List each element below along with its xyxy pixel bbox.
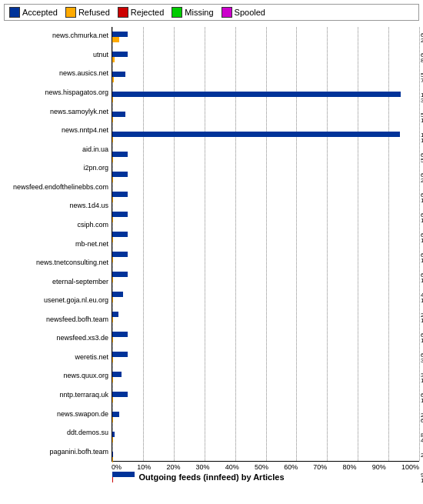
- y-label: newsfeed.bofh.team: [4, 310, 112, 329]
- bar-row: 626411: [112, 247, 419, 267]
- bar-row: 613714: [112, 207, 419, 227]
- bar-fill-refused: [112, 357, 113, 362]
- y-label: newsfeed.xs3.de: [4, 329, 112, 349]
- y-label: usenet.goja.nl.eu.org: [4, 292, 112, 311]
- bar-fill-accepted: [112, 452, 113, 457]
- bar-row: 630010: [112, 267, 419, 287]
- y-label: news.samoylyk.net: [4, 102, 112, 122]
- y-label: weretis.net: [4, 349, 112, 368]
- bar-fill-accepted: [112, 292, 123, 297]
- bar-fill-refused: [112, 57, 115, 62]
- bar-refused: 1: [112, 317, 419, 322]
- legend-item-accepted: Accepted: [9, 7, 58, 18]
- bar-accepted: 6170: [112, 172, 419, 177]
- bar-refused: 10: [112, 277, 419, 282]
- y-label: nntp.terraraq.uk: [4, 386, 112, 406]
- y-labels: news.chmurka.netutnutnews.ausics.netnews…: [4, 27, 112, 462]
- bar-row: 629511: [112, 227, 419, 247]
- bar-fill-accepted: [112, 412, 119, 417]
- bar-accepted: 844: [112, 432, 419, 437]
- legend-item-rejected: Rejected: [118, 7, 164, 18]
- bar-fill-accepted: [112, 32, 128, 37]
- bar-accepted: 5460: [112, 72, 419, 77]
- bar-row: 23811: [112, 307, 419, 327]
- bar-fill-refused: [112, 417, 113, 422]
- legend-label-rejected: Rejected: [131, 8, 164, 17]
- bar-accepted: 9015: [112, 472, 419, 477]
- bar-fill-refused: [112, 257, 113, 262]
- bar-row: 621811: [112, 387, 419, 407]
- bar-row: 61472747: [112, 27, 419, 47]
- legend-color-spooled: [221, 7, 232, 18]
- bar-fill-refused: [112, 217, 113, 222]
- bar-fill-refused: [112, 437, 113, 442]
- y-label: news.ausics.net: [4, 65, 112, 84]
- bar-accepted: 117346: [112, 92, 419, 97]
- bar-fill-refused: [112, 197, 113, 202]
- y-label: news.quux.org: [4, 367, 112, 386]
- bar-fill-accepted: [112, 272, 128, 277]
- y-label: news.tnetconsulting.net: [4, 254, 112, 273]
- bar-fill-rejected: [112, 477, 113, 482]
- bar-refused: 11: [112, 257, 419, 262]
- legend-label-accepted: Accepted: [22, 8, 58, 17]
- bar-accepted: 6137: [112, 212, 419, 217]
- bar-fill-accepted: [112, 92, 401, 97]
- bar-accepted: 6264: [112, 252, 419, 257]
- bar-row: 28726: [112, 407, 419, 427]
- y-label: utnut: [4, 46, 112, 65]
- chart-area: news.chmurka.netutnutnews.ausics.netnews…: [4, 27, 419, 462]
- bar-row: 25: [112, 447, 419, 467]
- bar-refused: 25: [112, 177, 419, 182]
- bar-fill-accepted: [112, 172, 128, 177]
- y-label: i2pn.org: [4, 159, 112, 179]
- bar-refused: 11: [112, 377, 419, 382]
- y-label: eternal-september: [4, 272, 112, 292]
- bar-fill-refused: [112, 277, 113, 282]
- bar-fill-refused: [112, 377, 113, 382]
- bar-fill-accepted: [112, 192, 128, 197]
- bar-fill-refused: [112, 37, 119, 42]
- bar-row: 61673: [112, 347, 419, 367]
- bar-row: 377911: [112, 367, 419, 387]
- legend-label-refused: Refused: [78, 8, 110, 17]
- y-label: ddt.demos.su: [4, 424, 112, 443]
- bar-fill-accepted: [112, 392, 128, 397]
- bar-fill-accepted: [112, 112, 125, 117]
- y-label: paganini.bofh.team: [4, 442, 112, 462]
- bar-fill-accepted: [112, 212, 128, 217]
- y-label: newsfeed.endofthelinebbs.com: [4, 179, 112, 198]
- bar-fill-accepted: [112, 232, 128, 237]
- legend-label-spooled: Spooled: [235, 8, 265, 17]
- y-label: news.1d4.us: [4, 197, 112, 216]
- bar-row: 6301868: [112, 47, 419, 67]
- bar-accepted: 6150: [112, 332, 419, 337]
- bar-row: 611314: [112, 187, 419, 207]
- bar-fill-refused: [112, 297, 113, 302]
- bar-accepted: 6218: [112, 392, 419, 397]
- bar-refused: [112, 457, 419, 462]
- bar-refused: 4: [112, 437, 419, 442]
- bar-row: 117307120: [112, 127, 419, 147]
- bar-accepted: 6295: [112, 232, 419, 237]
- bar-fill-accepted: [112, 152, 128, 157]
- bar-fill-refused: [112, 177, 113, 182]
- bar-refused: 120: [112, 137, 419, 142]
- bar-refused: 14: [112, 217, 419, 222]
- bar-fill-accepted: [112, 352, 128, 357]
- bar-refused: 2747: [112, 37, 419, 42]
- bar-accepted: 6167: [112, 352, 419, 357]
- legend-label-missing: Missing: [185, 8, 213, 17]
- bar-refused: 3: [112, 357, 419, 362]
- bar-fill-refused: [112, 457, 113, 462]
- y-label: news.chmurka.net: [4, 27, 112, 46]
- bar-refused: 11: [112, 337, 419, 342]
- bar-accepted: 6301: [112, 52, 419, 57]
- bar-accepted: 4293: [112, 292, 419, 297]
- bar-refused: 6: [112, 417, 419, 422]
- bar-refused: 11: [112, 297, 419, 302]
- legend-color-refused: [65, 7, 76, 18]
- bar-accepted: 3779: [112, 372, 419, 377]
- legend-item-refused: Refused: [65, 7, 110, 18]
- y-label: csiph.com: [4, 216, 112, 235]
